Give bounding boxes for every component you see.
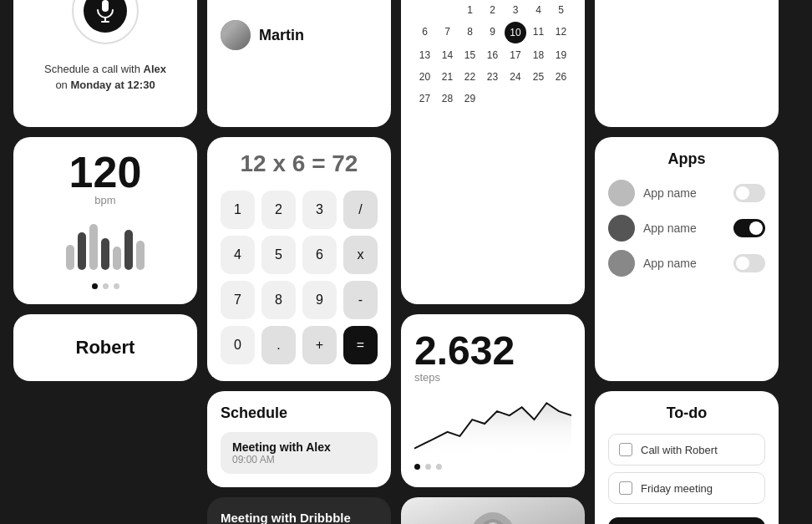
schedule-card: Schedule Meeting with Alex 09:00 AM — [207, 391, 391, 487]
cal-day[interactable]: 23 — [482, 67, 503, 87]
cal-day[interactable]: 18 — [528, 45, 549, 65]
dot-inactive — [114, 283, 119, 289]
cal-day[interactable]: 20 — [414, 67, 435, 87]
robert-card: Robert — [13, 314, 197, 381]
dot-inactive — [436, 464, 442, 470]
cal-day[interactable]: 24 — [505, 67, 526, 87]
cal-day[interactable]: 26 — [551, 67, 571, 87]
app-toggle-3[interactable] — [733, 254, 765, 272]
calc-btn-3[interactable]: 3 — [302, 191, 337, 229]
cal-day-empty — [528, 89, 549, 109]
bar — [113, 247, 121, 270]
mic-icon — [96, 0, 114, 23]
todo-checkbox-2[interactable] — [619, 481, 632, 495]
calc-btn-2[interactable]: 2 — [261, 191, 296, 229]
robert-name: Robert — [76, 337, 135, 359]
svg-rect-0 — [102, 0, 109, 12]
cal-day[interactable]: 27 — [414, 89, 435, 109]
cal-day[interactable]: 2 — [482, 0, 503, 20]
apps-card: Apps App name App name App name — [595, 137, 779, 381]
cal-day-today[interactable]: 10 — [505, 22, 526, 43]
cal-day[interactable]: 28 — [437, 89, 458, 109]
schedule-item-time: 09:00 AM — [232, 454, 366, 465]
calc-btn-5[interactable]: 5 — [261, 236, 296, 274]
cal-day[interactable]: 7 — [437, 22, 458, 43]
cal-day[interactable]: 25 — [528, 67, 549, 87]
cal-day[interactable]: 11 — [528, 22, 549, 43]
cal-day[interactable]: 4 — [528, 0, 549, 20]
bar — [101, 238, 109, 270]
calc-expression: 12 x 6 = — [241, 150, 332, 176]
cal-day[interactable]: 29 — [459, 89, 480, 109]
bpm-dots — [92, 283, 119, 289]
schedule-item: Meeting with Alex 09:00 AM — [221, 432, 378, 474]
toggle-knob — [749, 221, 763, 235]
voice-card: Schedule a call with Alex on Monday at 1… — [13, 0, 197, 127]
calc-btn-7[interactable]: 7 — [221, 281, 255, 319]
calc-btn-sub[interactable]: - — [343, 281, 378, 319]
calc-btn-8[interactable]: 8 — [261, 281, 296, 319]
todo-item-2: Friday meeting — [608, 472, 765, 504]
cal-grid: M T W T F S S 1 2 3 4 5 6 7 8 9 10 11 12… — [414, 0, 571, 109]
cal-day[interactable]: 3 — [505, 0, 526, 20]
calc-btn-9[interactable]: 9 — [302, 281, 337, 319]
calc-btn-6[interactable]: 6 — [302, 236, 337, 274]
calc-display: 12 x 6 = 72 — [221, 150, 378, 177]
cal-day[interactable]: 15 — [459, 45, 480, 65]
calc-btn-equals[interactable]: = — [343, 326, 378, 364]
calc-btn-dot[interactable]: . — [261, 326, 296, 364]
heart-rate-bars — [66, 220, 145, 270]
cal-day[interactable]: 12 — [551, 22, 571, 43]
voice-text: Schedule a call with Alex on Monday at 1… — [44, 61, 166, 94]
cal-day[interactable]: 13 — [414, 45, 435, 65]
cal-day-empty — [551, 89, 571, 109]
steps-card: 2.632 steps — [401, 314, 585, 487]
app-icon — [608, 215, 635, 242]
schedule-title: Schedule — [221, 404, 287, 422]
steps-unit: steps — [414, 371, 440, 384]
dot-inactive — [103, 283, 109, 289]
app-row-2: App name — [608, 215, 765, 242]
calc-btn-mul[interactable]: x — [343, 236, 378, 274]
cal-day[interactable]: 16 — [482, 45, 503, 65]
cal-day[interactable]: 5 — [551, 0, 571, 20]
app-icon — [608, 250, 635, 277]
app-icon — [608, 180, 635, 206]
dot-active — [92, 283, 98, 289]
calc-card: 12 x 6 = 72 1 2 3 / 4 5 6 x 7 8 9 - 0 . … — [207, 137, 391, 381]
bar — [124, 230, 133, 270]
cal-day[interactable]: 6 — [414, 22, 435, 43]
steps-chart — [414, 390, 571, 457]
calc-btn-div[interactable]: / — [343, 191, 378, 229]
martin-name: Martin — [259, 27, 304, 44]
bpm-card: 120 bpm — [13, 137, 197, 304]
calc-btn-1[interactable]: 1 — [221, 191, 255, 229]
calc-btn-4[interactable]: 4 — [221, 236, 255, 274]
calc-btn-plus[interactable]: + — [302, 326, 337, 364]
add-task-button[interactable]: + + Add task — [608, 517, 765, 524]
steps-value: 2.632 — [414, 331, 515, 371]
bar — [66, 245, 74, 270]
cal-day[interactable]: 19 — [551, 45, 571, 65]
cal-day[interactable]: 9 — [482, 22, 503, 43]
app-name-1: App name — [643, 186, 725, 200]
toggle-knob — [736, 186, 749, 200]
todo-checkbox-1[interactable] — [619, 443, 632, 456]
cal-day[interactable]: 17 — [505, 45, 526, 65]
waveform-card — [595, 0, 779, 127]
cal-day[interactable]: 21 — [437, 67, 458, 87]
cal-day[interactable]: 8 — [459, 22, 480, 43]
calendar-card: ‹ Jan 2020 › M T W T F S S 1 2 3 4 5 6 7… — [401, 0, 585, 304]
calc-btn-0[interactable]: 0 — [221, 326, 255, 364]
cal-day[interactable]: 22 — [459, 67, 480, 87]
cal-day[interactable]: 1 — [459, 0, 480, 20]
cal-day[interactable]: 14 — [437, 45, 458, 65]
app-toggle-2[interactable] — [733, 219, 765, 237]
todo-card: To-do Call with Robert Friday meeting + … — [595, 391, 779, 524]
app-row-1: App name — [608, 180, 765, 206]
todo-label-1: Call with Robert — [641, 444, 718, 456]
avatar — [221, 20, 251, 50]
portrait-card — [401, 497, 585, 524]
app-toggle-1[interactable] — [733, 184, 765, 202]
app-name-2: App name — [643, 221, 725, 235]
